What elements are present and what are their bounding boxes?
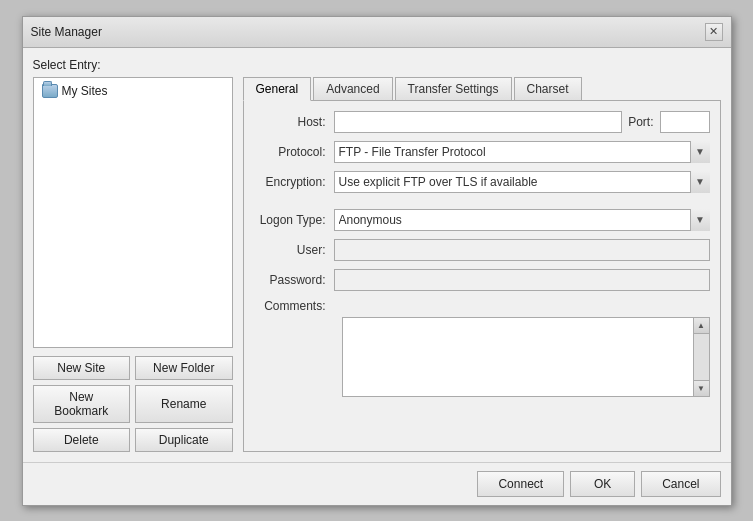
- protocol-select[interactable]: FTP - File Transfer Protocol SFTP - SSH …: [334, 141, 710, 163]
- comments-area: ▲ ▼: [254, 317, 710, 397]
- new-folder-button[interactable]: New Folder: [135, 356, 233, 380]
- spacer: [254, 201, 710, 209]
- comments-box: ▲ ▼: [342, 317, 710, 397]
- window-title: Site Manager: [31, 25, 102, 39]
- bottom-bar: Connect OK Cancel: [23, 462, 731, 505]
- password-label: Password:: [254, 273, 334, 287]
- logon-select[interactable]: Anonymous Normal Ask for password: [334, 209, 710, 231]
- tab-content-general: Host: Port: Protocol: FTP - File Transfe…: [243, 101, 721, 452]
- logon-dropdown-wrapper: Anonymous Normal Ask for password ▼: [334, 209, 710, 231]
- scroll-track: [694, 334, 709, 380]
- tab-charset[interactable]: Charset: [514, 77, 582, 100]
- tab-transfer-settings[interactable]: Transfer Settings: [395, 77, 512, 100]
- host-row: Host: Port:: [254, 111, 710, 133]
- password-row: Password:: [254, 269, 710, 291]
- encryption-dropdown-wrapper: Use explicit FTP over TLS if available O…: [334, 171, 710, 193]
- delete-button[interactable]: Delete: [33, 428, 131, 452]
- tree-item-label: My Sites: [62, 84, 108, 98]
- user-input[interactable]: [334, 239, 710, 261]
- left-panel: My Sites New Site New Folder New Bookmar…: [33, 77, 233, 452]
- new-site-button[interactable]: New Site: [33, 356, 131, 380]
- encryption-row: Encryption: Use explicit FTP over TLS if…: [254, 171, 710, 193]
- folder-icon: [42, 84, 58, 98]
- new-bookmark-button[interactable]: New Bookmark: [33, 385, 131, 423]
- close-button[interactable]: ✕: [705, 23, 723, 41]
- host-label: Host:: [254, 115, 334, 129]
- encryption-select[interactable]: Use explicit FTP over TLS if available O…: [334, 171, 710, 193]
- user-row: User:: [254, 239, 710, 261]
- rename-button[interactable]: Rename: [135, 385, 233, 423]
- port-input[interactable]: [660, 111, 710, 133]
- comments-label-row: Comments:: [254, 299, 710, 313]
- duplicate-button[interactable]: Duplicate: [135, 428, 233, 452]
- right-panel: General Advanced Transfer Settings Chars…: [243, 77, 721, 452]
- title-bar: Site Manager ✕: [23, 17, 731, 48]
- encryption-label: Encryption:: [254, 175, 334, 189]
- main-area: My Sites New Site New Folder New Bookmar…: [33, 77, 721, 452]
- select-entry-label: Select Entry:: [33, 58, 721, 72]
- comments-scrollbar: ▲ ▼: [693, 318, 709, 396]
- tab-general[interactable]: General: [243, 77, 312, 101]
- comments-textarea[interactable]: [343, 318, 693, 396]
- button-grid: New Site New Folder New Bookmark Rename …: [33, 356, 233, 452]
- password-input[interactable]: [334, 269, 710, 291]
- logon-label: Logon Type:: [254, 213, 334, 227]
- tab-advanced[interactable]: Advanced: [313, 77, 392, 100]
- tabs: General Advanced Transfer Settings Chars…: [243, 77, 721, 101]
- ok-button[interactable]: OK: [570, 471, 635, 497]
- logon-row: Logon Type: Anonymous Normal Ask for pas…: [254, 209, 710, 231]
- host-input[interactable]: [334, 111, 623, 133]
- scroll-down-button[interactable]: ▼: [694, 380, 709, 396]
- protocol-dropdown-wrapper: FTP - File Transfer Protocol SFTP - SSH …: [334, 141, 710, 163]
- cancel-button[interactable]: Cancel: [641, 471, 720, 497]
- connect-button[interactable]: Connect: [477, 471, 564, 497]
- comments-label: Comments:: [254, 299, 334, 313]
- window-content: Select Entry: My Sites New Site New Fold…: [23, 48, 731, 462]
- user-label: User:: [254, 243, 334, 257]
- tree-view[interactable]: My Sites: [33, 77, 233, 348]
- protocol-label: Protocol:: [254, 145, 334, 159]
- tree-item-my-sites[interactable]: My Sites: [38, 82, 228, 100]
- port-label: Port:: [622, 115, 659, 129]
- site-manager-window: Site Manager ✕ Select Entry: My Sites Ne…: [22, 16, 732, 506]
- protocol-row: Protocol: FTP - File Transfer Protocol S…: [254, 141, 710, 163]
- scroll-up-button[interactable]: ▲: [694, 318, 709, 334]
